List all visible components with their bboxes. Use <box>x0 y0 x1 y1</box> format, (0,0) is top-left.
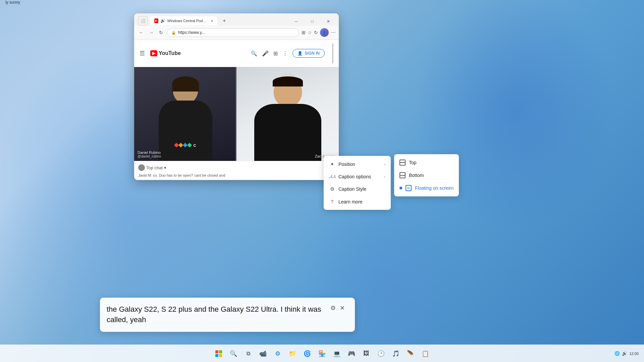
sub-menu-item-bottom[interactable]: Bottom <box>394 169 459 182</box>
taskbar-photos-button[interactable]: 🖼 <box>360 347 373 360</box>
chat-message: Javid M: co. Duo has to be open? cant be… <box>138 173 335 177</box>
photos-icon: 🖼 <box>363 350 369 357</box>
person-left-hair <box>172 76 199 92</box>
bottom-label: Bottom <box>409 173 424 178</box>
selected-bullet <box>399 187 402 189</box>
floating-icon <box>406 185 412 191</box>
person-left-name: Daniel Rubino <box>138 150 161 155</box>
system-tray: 🌐 🔊 12:00 <box>614 351 639 356</box>
refresh-button[interactable]: ↻ <box>158 28 164 37</box>
apps-icon[interactable]: ⊞ <box>273 50 278 57</box>
caption-bar: the Galaxy S22, S 22 plus and the Galaxy… <box>100 298 355 332</box>
caption-settings-icon[interactable]: ⚙ <box>330 304 336 312</box>
sub-menu-item-floating[interactable]: Floating on screen <box>394 182 459 194</box>
profile-avatar[interactable]: 👤 <box>320 28 329 37</box>
sign-in-button[interactable]: 👤 SIGN IN <box>292 49 325 58</box>
search-icon[interactable]: 🔍 <box>251 50 257 57</box>
browser-action-button[interactable]: ⬜ <box>138 16 148 25</box>
taskbar-search-button[interactable]: 🔍 <box>227 347 240 360</box>
caption-style-icon: ⚙ <box>329 186 335 192</box>
address-bar[interactable]: 🔒 https://www.y... <box>167 28 299 37</box>
caption-style-label: Caption Style <box>338 186 366 192</box>
taskbar-start-button[interactable] <box>212 347 225 360</box>
youtube-logo: ▶ YouTube <box>150 50 181 56</box>
caption-options-label: Caption options <box>338 174 371 179</box>
teams-icon: 📹 <box>259 350 267 357</box>
taskbar-xbox-button[interactable]: 🎮 <box>345 347 358 360</box>
floating-label: Floating on screen <box>415 185 453 191</box>
url-text: https://www.y... <box>178 30 294 35</box>
person-left-body <box>159 101 212 161</box>
caption-text: the Galaxy S22, S 22 plus and the Galaxy… <box>107 304 325 325</box>
learn-more-label: Learn more <box>338 199 363 204</box>
maximize-button[interactable]: □ <box>305 16 320 27</box>
top-chat-avatar <box>138 164 145 171</box>
tabs-icon[interactable]: ⊞ <box>302 30 306 35</box>
menu-item-learn-more[interactable]: ? Learn more <box>324 195 391 208</box>
bottom-icon <box>399 172 406 178</box>
new-tab-button[interactable]: + <box>220 16 228 25</box>
chat-chevron[interactable]: ▾ <box>164 165 166 170</box>
sub-menu-item-top[interactable]: Top <box>394 156 459 169</box>
video-split: C Daniel Rubino @daniel_rubino <box>134 67 339 161</box>
person-right-body <box>254 104 321 161</box>
taskbar-settings-button[interactable]: ⚙ <box>271 347 284 360</box>
forward-button[interactable]: → <box>148 28 155 37</box>
more-options-icon[interactable]: ⋮ <box>282 50 288 57</box>
diamond-blue <box>182 143 187 147</box>
windows-logo <box>215 350 222 357</box>
taskbar-terminal-button[interactable]: 💻 <box>330 347 343 360</box>
window-controls: ─ □ ✕ <box>288 16 336 27</box>
taskbar-spotify-button[interactable]: 🎵 <box>389 347 402 360</box>
video-left-panel: C Daniel Rubino @daniel_rubino <box>134 67 236 161</box>
favorites-icon[interactable]: ☆ <box>308 30 312 35</box>
scrollbar[interactable] <box>332 43 333 63</box>
time-display: 12:00 <box>629 352 639 356</box>
top-label: Top <box>409 160 417 165</box>
browser-titlebar: ⬜ 🔊 Windows Central Podcast L... ✕ + ─ □… <box>134 13 339 25</box>
taskbar-clipboard-button[interactable]: 📋 <box>419 347 432 360</box>
nav-icons: ⊞ ☆ ↻ 👤 ⋯ <box>302 28 335 37</box>
learn-more-icon: ? <box>329 199 335 204</box>
taskbar-taskview-button[interactable]: ⧉ <box>241 347 255 360</box>
search-icon: 🔍 <box>230 350 237 357</box>
taskbar-edge-button[interactable]: 🌀 <box>301 347 314 360</box>
more-button[interactable]: ⋯ <box>331 30 335 35</box>
context-menu: ✦ Position › 𝓐𝓐 Caption options › ⚙ Capt… <box>324 156 391 210</box>
tab-audio-icon: 🔊 <box>160 18 165 23</box>
caption-options-arrow: › <box>384 174 385 179</box>
microphone-icon[interactable]: 🎤 <box>262 50 269 57</box>
taskbar-store-button[interactable]: 🏪 <box>315 347 329 360</box>
network-icon[interactable]: 🌐 <box>614 351 620 356</box>
win-quadrant-3 <box>215 354 218 357</box>
taskview-icon: ⧉ <box>247 351 250 357</box>
windhawk-icon: 🪶 <box>407 350 414 357</box>
menu-item-caption-options[interactable]: 𝓐𝓐 Caption options › <box>324 171 391 183</box>
taskbar-windhawk-button[interactable]: 🪶 <box>404 347 417 360</box>
browser-tab[interactable]: 🔊 Windows Central Podcast L... ✕ <box>150 16 217 25</box>
person-right-silhouette <box>251 70 325 161</box>
volume-icon[interactable]: 🔊 <box>622 351 627 356</box>
taskbar-clock-button[interactable]: 🕐 <box>374 347 388 360</box>
chat-header-left: Top chat ▾ <box>138 164 166 171</box>
browser-navbar: ← → ↻ 🔒 https://www.y... ⊞ ☆ ↻ 👤 ⋯ <box>134 25 339 40</box>
position-icon: ✦ <box>329 161 335 167</box>
video-label-left: Daniel Rubino @daniel_rubino <box>138 150 161 158</box>
menu-item-position[interactable]: ✦ Position › <box>324 158 391 171</box>
taskbar-teams-button[interactable]: 📹 <box>256 347 270 360</box>
taskbar-explorer-button[interactable]: 📁 <box>286 347 299 360</box>
tab-close-button[interactable]: ✕ <box>211 19 213 23</box>
tab-title: Windows Central Podcast L... <box>167 19 207 23</box>
win-quadrant-4 <box>219 354 222 357</box>
minimize-button[interactable]: ─ <box>288 16 304 27</box>
menu-item-caption-style[interactable]: ⚙ Caption Style <box>324 183 391 195</box>
sign-in-person-icon: 👤 <box>298 51 303 56</box>
extensions-icon[interactable]: ↻ <box>314 30 318 35</box>
position-sub-menu: Top Bottom Floating on screen <box>394 154 459 196</box>
caption-close-button[interactable]: ✕ <box>340 304 345 312</box>
close-button[interactable]: ✕ <box>321 16 336 27</box>
taskbar: 🔍 ⧉ 📹 ⚙ 📁 🌀 🏪 💻 🎮 🖼 🕐 🎵 🪶 📋 🌐 <box>0 345 644 362</box>
video-container: C Daniel Rubino @daniel_rubino <box>134 67 339 161</box>
hamburger-menu[interactable]: ☰ <box>140 50 145 57</box>
back-button[interactable]: ← <box>138 28 145 37</box>
